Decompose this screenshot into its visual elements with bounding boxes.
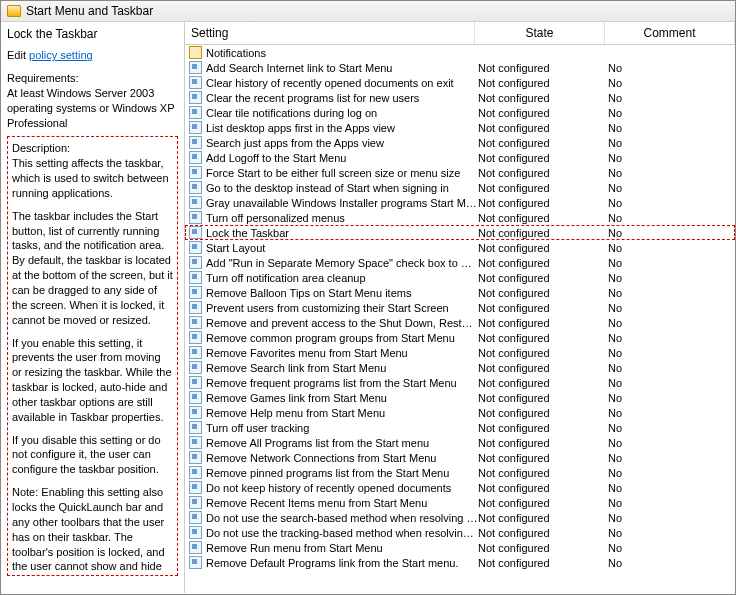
policy-row[interactable]: Add "Run in Separate Memory Space" check… <box>185 255 735 270</box>
policy-icon <box>189 436 202 449</box>
policy-row[interactable]: Add Logoff to the Start MenuNot configur… <box>185 150 735 165</box>
policy-row[interactable]: Go to the desktop instead of Start when … <box>185 180 735 195</box>
setting-state: Not configured <box>478 257 608 269</box>
col-state[interactable]: State <box>475 22 605 44</box>
setting-name: List desktop apps first in the Apps view <box>206 122 478 134</box>
setting-state: Not configured <box>478 182 608 194</box>
policy-icon <box>189 211 202 224</box>
setting-comment: No <box>608 227 731 239</box>
policy-row[interactable]: Remove Network Connections from Start Me… <box>185 450 735 465</box>
setting-name: Add "Run in Separate Memory Space" check… <box>206 257 478 269</box>
policy-row[interactable]: Remove Run menu from Start MenuNot confi… <box>185 540 735 555</box>
policy-row[interactable]: Force Start to be either full screen siz… <box>185 165 735 180</box>
setting-comment: No <box>608 257 731 269</box>
setting-name: Clear tile notifications during log on <box>206 107 478 119</box>
policy-row[interactable]: Turn off user trackingNot configuredNo <box>185 420 735 435</box>
setting-state: Not configured <box>478 137 608 149</box>
policy-row[interactable]: Remove Default Programs link from the St… <box>185 555 735 570</box>
setting-state: Not configured <box>478 152 608 164</box>
policy-row[interactable]: Turn off notification area cleanupNot co… <box>185 270 735 285</box>
edit-policy-link[interactable]: policy setting <box>29 49 93 61</box>
policy-icon <box>189 271 202 284</box>
setting-comment: No <box>608 287 731 299</box>
setting-name: Prevent users from customizing their Sta… <box>206 302 478 314</box>
policy-icon <box>189 496 202 509</box>
policy-icon <box>189 421 202 434</box>
policy-rows: NotificationsAdd Search Internet link to… <box>185 45 735 593</box>
policy-icon <box>189 451 202 464</box>
setting-state: Not configured <box>478 467 608 479</box>
setting-state: Not configured <box>478 347 608 359</box>
policy-row[interactable]: Gray unavailable Windows Installer progr… <box>185 195 735 210</box>
setting-name: Remove Games link from Start Menu <box>206 392 478 404</box>
setting-name: Gray unavailable Windows Installer progr… <box>206 197 478 209</box>
policy-icon <box>189 76 202 89</box>
setting-name: Remove Network Connections from Start Me… <box>206 452 478 464</box>
policy-row[interactable]: Remove Recent Items menu from Start Menu… <box>185 495 735 510</box>
setting-name: Remove and prevent access to the Shut Do… <box>206 317 478 329</box>
policy-row[interactable]: Remove Help menu from Start MenuNot conf… <box>185 405 735 420</box>
policy-row[interactable]: Remove common program groups from Start … <box>185 330 735 345</box>
policy-row[interactable]: Prevent users from customizing their Sta… <box>185 300 735 315</box>
policy-row[interactable]: Remove All Programs list from the Start … <box>185 435 735 450</box>
settings-list: Setting State Comment NotificationsAdd S… <box>185 22 735 593</box>
setting-state: Not configured <box>478 302 608 314</box>
requirements: Requirements: At least Windows Server 20… <box>7 71 178 130</box>
policy-row[interactable]: Turn off personalized menusNot configure… <box>185 210 735 225</box>
policy-row[interactable]: Do not use the tracking-based method whe… <box>185 525 735 540</box>
col-comment[interactable]: Comment <box>605 22 735 44</box>
setting-comment: No <box>608 302 731 314</box>
policy-row[interactable]: Remove frequent programs list from the S… <box>185 375 735 390</box>
setting-name: Do not use the tracking-based method whe… <box>206 527 478 539</box>
policy-icon <box>189 541 202 554</box>
setting-name: Do not keep history of recently opened d… <box>206 482 478 494</box>
policy-row[interactable]: Start LayoutNot configuredNo <box>185 240 735 255</box>
policy-row[interactable]: Do not keep history of recently opened d… <box>185 480 735 495</box>
policy-row[interactable]: Add Search Internet link to Start MenuNo… <box>185 60 735 75</box>
policy-icon <box>189 511 202 524</box>
policy-icon <box>189 106 202 119</box>
setting-state: Not configured <box>478 317 608 329</box>
policy-row[interactable]: Clear history of recently opened documen… <box>185 75 735 90</box>
setting-state: Not configured <box>478 227 608 239</box>
col-setting[interactable]: Setting <box>185 22 475 44</box>
policy-row[interactable]: List desktop apps first in the Apps view… <box>185 120 735 135</box>
setting-state: Not configured <box>478 167 608 179</box>
policy-row[interactable]: Remove Favorites menu from Start MenuNot… <box>185 345 735 360</box>
policy-icon <box>189 181 202 194</box>
policy-icon <box>189 331 202 344</box>
policy-row[interactable]: Do not use the search-based method when … <box>185 510 735 525</box>
policy-icon <box>189 526 202 539</box>
policy-row[interactable]: Remove pinned programs list from the Sta… <box>185 465 735 480</box>
policy-row-selected[interactable]: Lock the TaskbarNot configuredNo <box>185 225 735 240</box>
setting-state: Not configured <box>478 452 608 464</box>
setting-name: Remove Balloon Tips on Start Menu items <box>206 287 478 299</box>
policy-row[interactable]: Clear the recent programs list for new u… <box>185 90 735 105</box>
policy-row[interactable]: Remove and prevent access to the Shut Do… <box>185 315 735 330</box>
policy-row[interactable]: Remove Search link from Start MenuNot co… <box>185 360 735 375</box>
setting-comment: No <box>608 422 731 434</box>
setting-comment: No <box>608 182 731 194</box>
policy-row[interactable]: Search just apps from the Apps viewNot c… <box>185 135 735 150</box>
setting-comment: No <box>608 482 731 494</box>
policy-row[interactable]: Remove Balloon Tips on Start Menu itemsN… <box>185 285 735 300</box>
column-headers[interactable]: Setting State Comment <box>185 22 735 45</box>
setting-comment: No <box>608 62 731 74</box>
titlebar: Start Menu and Taskbar <box>1 1 735 22</box>
window-title: Start Menu and Taskbar <box>26 4 153 18</box>
setting-comment: No <box>608 242 731 254</box>
setting-name: Notifications <box>206 47 478 59</box>
policy-icon <box>189 406 202 419</box>
setting-name: Add Logoff to the Start Menu <box>206 152 478 164</box>
policy-icon <box>189 121 202 134</box>
policy-row[interactable]: Clear tile notifications during log onNo… <box>185 105 735 120</box>
setting-state: Not configured <box>478 77 608 89</box>
setting-comment: No <box>608 497 731 509</box>
main: Lock the Taskbar Edit policy setting Req… <box>1 22 735 593</box>
setting-comment: No <box>608 122 731 134</box>
policy-folder-row[interactable]: Notifications <box>185 45 735 60</box>
policy-row[interactable]: Remove Games link from Start MenuNot con… <box>185 390 735 405</box>
setting-name: Remove Recent Items menu from Start Menu <box>206 497 478 509</box>
setting-comment: No <box>608 557 731 569</box>
setting-name: Clear the recent programs list for new u… <box>206 92 478 104</box>
